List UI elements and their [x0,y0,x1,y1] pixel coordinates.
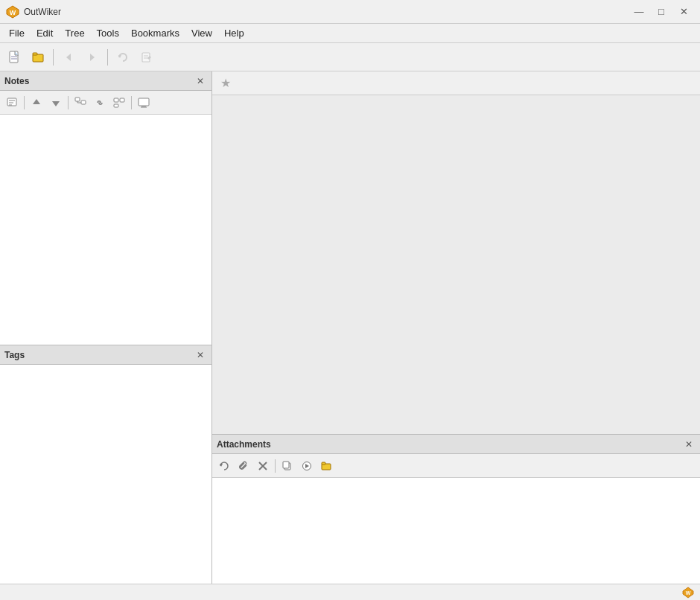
new-icon [7,51,21,64]
move-down-icon [51,98,61,108]
delete-icon [258,462,267,470]
menu-help[interactable]: Help [218,26,250,40]
svg-rect-25 [120,98,124,102]
status-icon: W [682,587,694,599]
left-panel: Notes ✕ [0,71,212,584]
menubar: File Edit Tree Tools Bookmarks View Help [0,24,700,43]
tags-panel-header: Tags ✕ [0,345,211,365]
menu-file[interactable]: File [3,26,31,40]
svg-rect-19 [75,98,80,101]
att-folder-button[interactable] [317,457,335,475]
edit-icon [141,51,153,63]
refresh-icon [219,461,229,471]
attachments-panel-header: Attachments ✕ [212,435,700,454]
att-copy-button[interactable] [279,457,296,475]
notes-add-sibling-button[interactable] [110,94,128,112]
attachments-panel-close[interactable]: ✕ [682,438,696,451]
reload-button[interactable] [112,47,134,68]
forward-icon [87,52,98,63]
att-refresh-button[interactable] [215,457,233,475]
edit-page-button[interactable] [136,47,158,68]
main-toolbar [0,43,700,71]
right-panel: ★ Attachments ✕ [212,71,700,584]
attachments-panel-title: Attachments [217,439,271,450]
notes-sep-1 [24,96,25,109]
copy-icon [282,461,293,471]
notes-panel-title: Notes [4,76,29,86]
menu-tools[interactable]: Tools [91,26,125,40]
svg-rect-34 [283,462,289,468]
notes-link-button[interactable] [91,94,109,112]
close-button[interactable]: ✕ [673,4,694,20]
paperclip-icon [238,461,249,471]
svg-text:W: W [10,9,16,16]
toolbar-sep-2 [107,49,108,66]
folder-icon [321,461,331,471]
app-title: OutWiker [24,7,629,17]
content-topbar: ★ [212,71,700,95]
notes-toolbar [0,91,211,115]
att-delete-button[interactable] [254,457,272,475]
tags-content[interactable] [0,365,211,584]
move-up-icon [31,98,42,108]
att-execute-button[interactable] [298,457,316,475]
att-attach-button[interactable] [235,457,252,475]
maximize-button[interactable]: □ [651,4,672,20]
add-child-icon [74,97,86,109]
tags-panel: Tags ✕ [0,345,211,584]
new-button[interactable] [3,47,25,68]
sort-icon [6,97,18,109]
window-controls: — □ ✕ [629,4,694,20]
display-icon [138,97,150,109]
open-button[interactable] [27,47,49,68]
notes-sep-2 [68,96,69,109]
attachments-panel: Attachments ✕ [212,435,700,584]
notes-add-child-button[interactable] [71,94,89,112]
notes-move-up-button[interactable] [28,94,45,112]
svg-marker-8 [90,54,95,61]
minimize-button[interactable]: — [629,4,649,20]
content-body[interactable] [212,95,700,434]
notes-panel-header: Notes ✕ [0,71,211,91]
notes-tree[interactable] [0,115,211,345]
toolbar-sep-1 [53,49,54,66]
tags-panel-close[interactable]: ✕ [194,348,207,362]
svg-rect-38 [322,462,325,465]
main-content: Notes ✕ [0,71,700,584]
svg-marker-7 [66,54,71,61]
svg-marker-18 [52,101,60,106]
svg-rect-24 [114,98,118,102]
svg-rect-27 [139,98,149,106]
att-sep-1 [275,459,276,473]
menu-edit[interactable]: Edit [31,26,59,40]
notes-move-down-button[interactable] [47,94,65,112]
reload-icon [117,51,129,63]
star-button[interactable]: ★ [217,74,235,92]
forward-button[interactable] [81,47,104,68]
notes-panel-close[interactable]: ✕ [194,74,207,88]
menu-bookmarks[interactable]: Bookmarks [125,26,185,40]
statusbar: W [0,584,700,600]
app-icon: W [6,5,19,19]
svg-rect-6 [33,53,37,55]
attachments-content[interactable] [212,478,700,584]
attachments-toolbar [212,454,700,478]
content-area: ★ [212,71,700,435]
add-sibling-icon [113,97,125,109]
notes-panel: Notes ✕ [0,71,211,345]
back-button[interactable] [57,47,80,68]
menu-tree[interactable]: Tree [59,26,90,40]
notes-display-button[interactable] [135,94,153,112]
tags-panel-title: Tags [4,350,25,360]
svg-rect-20 [81,100,86,104]
back-icon [63,52,74,63]
play-icon [302,461,312,471]
open-icon [31,51,45,64]
svg-marker-17 [33,99,40,104]
titlebar: W OutWiker — □ ✕ [0,0,700,24]
svg-rect-26 [114,104,118,107]
notes-sort-button[interactable] [3,94,21,112]
svg-text:W: W [686,590,691,596]
link-icon [94,97,106,109]
menu-view[interactable]: View [185,26,218,40]
